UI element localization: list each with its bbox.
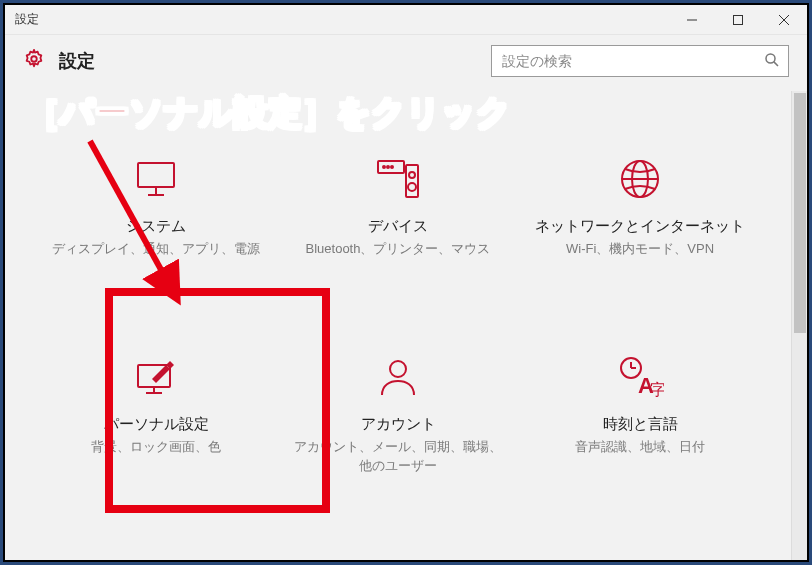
svg-point-15 xyxy=(409,172,415,178)
scrollbar-thumb[interactable] xyxy=(794,93,806,333)
tile-desc: Bluetooth、プリンター、マウス xyxy=(293,240,503,259)
search-input[interactable] xyxy=(491,45,789,77)
header: 設定 xyxy=(5,35,807,91)
tile-devices[interactable]: デバイス Bluetooth、プリンター、マウス xyxy=(293,151,503,259)
svg-point-4 xyxy=(31,56,37,62)
annotation-arrow xyxy=(70,135,200,310)
svg-point-11 xyxy=(383,166,385,168)
minimize-button[interactable] xyxy=(669,5,715,35)
tile-time-language[interactable]: A 字 時刻と言語 音声認識、地域、日付 xyxy=(535,349,745,476)
tile-desc: 背景、ロック画面、色 xyxy=(51,438,261,457)
close-button[interactable] xyxy=(761,5,807,35)
person-icon xyxy=(293,349,503,405)
search-icon xyxy=(763,51,781,69)
svg-point-16 xyxy=(408,183,416,191)
scrollbar[interactable] xyxy=(791,91,807,560)
svg-rect-14 xyxy=(406,165,418,197)
tile-network[interactable]: ネットワークとインターネット Wi-Fi、機内モード、VPN xyxy=(535,151,745,259)
annotation-text: ［パーソナル設定］をクリック xyxy=(26,90,511,136)
personalization-icon xyxy=(51,349,261,405)
time-language-icon: A 字 xyxy=(535,349,745,405)
tile-title: デバイス xyxy=(293,217,503,236)
tile-title: パーソナル設定 xyxy=(51,415,261,434)
tile-personalization[interactable]: パーソナル設定 背景、ロック画面、色 xyxy=(51,349,261,476)
globe-icon xyxy=(535,151,745,207)
svg-line-30 xyxy=(90,141,175,295)
svg-point-12 xyxy=(387,166,389,168)
svg-point-5 xyxy=(766,54,775,63)
tile-desc: アカウント、メール、同期、職場、他のユーザー xyxy=(293,438,503,476)
tile-desc: Wi-Fi、機内モード、VPN xyxy=(535,240,745,259)
window-title: 設定 xyxy=(5,11,39,28)
tile-accounts[interactable]: アカウント アカウント、メール、同期、職場、他のユーザー xyxy=(293,349,503,476)
svg-point-23 xyxy=(390,361,406,377)
search-wrap xyxy=(491,45,789,77)
page-title: 設定 xyxy=(59,49,95,73)
devices-icon xyxy=(293,151,503,207)
tile-desc: 音声認識、地域、日付 xyxy=(535,438,745,457)
gear-icon xyxy=(23,48,45,74)
svg-point-13 xyxy=(391,166,393,168)
titlebar: 設定 xyxy=(5,5,807,35)
svg-text:字: 字 xyxy=(650,381,664,398)
tile-title: 時刻と言語 xyxy=(535,415,745,434)
tile-title: アカウント xyxy=(293,415,503,434)
tile-title: ネットワークとインターネット xyxy=(535,217,745,236)
svg-line-6 xyxy=(774,62,778,66)
maximize-button[interactable] xyxy=(715,5,761,35)
svg-rect-1 xyxy=(734,15,743,24)
